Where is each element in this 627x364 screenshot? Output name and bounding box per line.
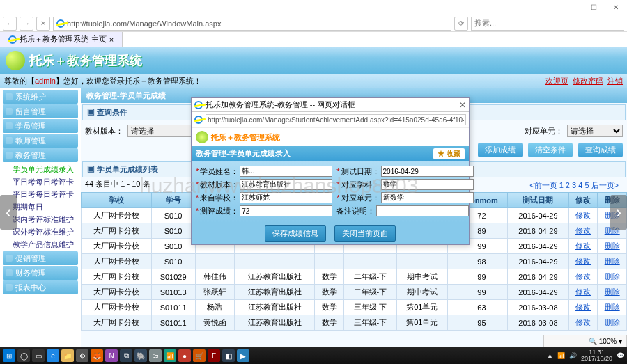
delete-link[interactable]: 删除 [605,303,620,311]
app-header: 托乐＋教务管理系统 [0,47,627,74]
link-change-password[interactable]: 修改密码 [573,76,603,86]
delete-link[interactable]: 删除 [605,287,620,296]
ie-icon [8,35,17,44]
tab-title: 托乐＋教务管理系统-主页 [20,34,107,45]
version-label: 教材版本： [85,126,123,136]
delete-link[interactable]: 删除 [605,242,620,250]
tab-close-icon[interactable]: × [109,35,114,44]
ie-icon [194,101,203,109]
test-date-input[interactable] [381,166,474,177]
welcome-suffix: 】您好，欢迎您登录托乐＋教务管理系统！ [56,76,201,86]
close-page-button[interactable]: 关闭当前页面 [334,225,396,242]
table-row: 大厂网卡分校S01011杨浩江苏教育出版社数学三年级-下第01单元632016-… [82,300,627,315]
edit-link[interactable]: 修改 [575,287,591,296]
edit-link[interactable]: 修改 [575,257,591,265]
taskbar-app-icon[interactable]: 🛒 [193,349,206,362]
link-logout[interactable]: 注销 [607,76,623,86]
taskbar: ⊞◯▭e📁⚙🦊N⧉🐘🗂📶●🛒F◧▶ ▲📶🔊 11:31 2017/10/20 💬 [0,347,627,364]
edit-link[interactable]: 修改 [575,211,591,219]
sidebar-sub-daily-review-1[interactable]: 平日考每日考评卡 [3,175,78,188]
unit-select[interactable]: 请选择 [567,125,623,137]
ie-icon [194,116,203,124]
app-logo-icon [6,51,25,70]
table-row: 大厂网卡分校S01013张跃轩江苏教育出版社数学二年级-下期中考试992016-… [82,285,627,300]
edit-link[interactable]: 修改 [575,242,591,250]
modal-form: *学员姓名： *测试日期： *教材版本： *对应学科： *来自学校： *对应单元… [192,161,469,223]
taskbar-app-icon[interactable]: ◧ [222,349,235,362]
table-row: 大厂网卡分校S01029韩佳伟江苏教育出版社数学二年级-下期中考试992016-… [82,269,627,285]
save-score-button[interactable]: 保存成绩信息 [265,225,326,242]
taskbar-app-icon[interactable]: ▭ [32,349,45,362]
nav-forward-button[interactable]: → [20,17,33,31]
taskbar-app-icon[interactable]: ⊞ [3,349,15,362]
ie-icon [56,19,65,28]
subject-input[interactable] [381,179,474,190]
table-header: 学校 [82,193,152,208]
score-input[interactable] [240,205,332,216]
pager[interactable]: <前一页 1 2 3 4 5 后一页> [525,179,623,192]
window-close-button[interactable]: ✕ [605,0,627,15]
remark-input[interactable] [376,205,469,216]
sidebar-item-message[interactable]: 留言管理 [3,104,78,118]
edit-link[interactable]: 修改 [575,226,591,235]
sidebar-item-system[interactable]: 系统维护 [3,90,78,104]
delete-link[interactable]: 删除 [605,257,620,265]
sidebar-item-reports[interactable]: 报表中心 [3,280,78,294]
window-maximize-button[interactable]: ☐ [582,0,605,15]
link-welcome-page[interactable]: 欢迎页 [545,76,568,86]
taskbar-app-icon[interactable]: 🗂 [149,349,162,362]
delete-link[interactable]: 删除 [605,318,620,326]
edit-link[interactable]: 修改 [575,318,591,326]
clear-filter-button[interactable]: 清空条件 [528,143,573,157]
window-titlebar: — ☐ ✕ [0,0,627,15]
taskbar-app-icon[interactable]: 📶 [164,349,176,362]
edit-link[interactable]: 修改 [575,272,591,280]
taskbar-app-icon[interactable]: 📁 [61,349,74,362]
sidebar-item-finance[interactable]: 财务管理 [3,266,78,280]
taskbar-app-icon[interactable]: N [105,349,118,362]
nav-refresh-button[interactable]: ⟳ [454,17,468,31]
add-score-button[interactable]: 添加成绩 [478,143,522,157]
sidebar-sub-score-entry[interactable]: 学员单元成绩录入 [3,163,78,175]
taskbar-app-icon[interactable]: e [47,349,59,362]
taskbar-app-icon[interactable]: 🐘 [134,349,147,362]
taskbar-app-icon[interactable]: ⚙ [76,349,88,362]
next-arrow-button[interactable]: › [610,195,627,230]
school-input[interactable] [240,192,332,203]
system-tray[interactable]: ▲📶🔊 11:31 2017/10/20 💬 [547,349,624,362]
modal-logo-icon [196,131,208,143]
sidebar-item-education[interactable]: 教务管理 [3,148,78,162]
edit-link[interactable]: 修改 [575,303,591,311]
sidebar-item-promotion[interactable]: 促销管理 [3,251,78,265]
taskbar-app-icon[interactable]: F [208,349,220,362]
taskbar-app-icon[interactable]: 🦊 [91,349,103,362]
taskbar-app-icon[interactable]: ● [178,349,191,362]
window-minimize-button[interactable]: — [560,0,582,15]
browser-search-input[interactable]: 搜索... [471,17,624,31]
tray-date: 2017/10/20 [581,356,612,362]
student-name-input[interactable] [240,166,332,177]
textbook-version-input[interactable] [240,179,332,190]
zoom-level[interactable]: 🔍 100% ▾ [589,338,622,345]
welcome-user: admin [35,77,56,85]
unit-label: 对应单元： [525,126,563,136]
nav-stop-button[interactable]: ✕ [36,17,50,31]
delete-link[interactable]: 删除 [605,272,620,280]
table-row: 大厂网卡分校S01011黄悦函江苏教育出版社数学三年级-下第01单元952016… [82,315,627,331]
nav-back-button[interactable]: ← [3,17,17,31]
taskbar-app-icon[interactable]: ⧉ [120,349,132,362]
unit-input[interactable] [381,192,474,203]
modal-url-input[interactable] [206,114,466,125]
modal-close-button[interactable]: ✕ [459,100,466,110]
prev-arrow-button[interactable]: ‹ [0,195,17,230]
sidebar-item-student[interactable]: 学员管理 [3,119,78,133]
sidebar-sub-product-info[interactable]: 教学产品信息维护 [3,238,78,251]
browser-tab[interactable]: 托乐＋教务管理系统-主页 × [0,32,123,47]
favorite-button[interactable]: ★ 收藏 [433,148,465,159]
taskbar-app-icon[interactable]: ◯ [17,349,30,362]
sidebar-item-teacher[interactable]: 教师管理 [3,134,78,148]
taskbar-app-icon[interactable]: ▶ [237,349,249,362]
address-bar[interactable]: http://tuolejia.com/Manage/WindowMain.as… [53,17,451,31]
modal-buttons: 保存成绩信息 关闭当前页面 [192,223,469,244]
query-score-button[interactable]: 查询成绩 [578,143,623,157]
